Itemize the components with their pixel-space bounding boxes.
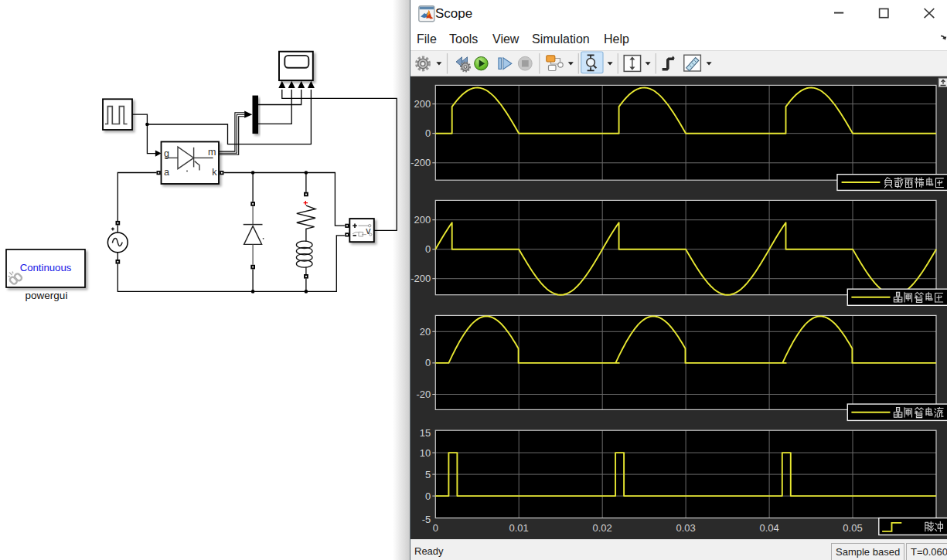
svg-text:powergui: powergui — [26, 290, 68, 301]
svg-text:15: 15 — [420, 427, 431, 439]
svg-text:10: 10 — [420, 447, 431, 459]
svg-text:Continuous: Continuous — [20, 262, 72, 273]
svg-text:20: 20 — [420, 326, 431, 338]
svg-text:0: 0 — [433, 522, 438, 534]
svg-text:-200: -200 — [410, 157, 431, 168]
svg-text:5: 5 — [425, 469, 431, 480]
svg-text:v: v — [366, 226, 371, 236]
svg-text:m: m — [208, 147, 216, 158]
svg-text:0: 0 — [425, 243, 431, 255]
svg-text:0.05: 0.05 — [843, 522, 862, 534]
svg-text:0: 0 — [425, 357, 431, 368]
svg-text:-5: -5 — [422, 514, 431, 525]
svg-text:0.04: 0.04 — [759, 522, 778, 534]
svg-text:k: k — [212, 167, 217, 178]
svg-text:0: 0 — [425, 490, 431, 502]
svg-text:0.01: 0.01 — [509, 522, 529, 534]
svg-text:200: 200 — [414, 98, 431, 110]
svg-text:200: 200 — [414, 214, 431, 226]
svg-text:-20: -20 — [417, 389, 431, 400]
svg-text:g: g — [164, 148, 169, 159]
svg-text:0: 0 — [425, 127, 431, 139]
svg-text:0.02: 0.02 — [593, 522, 612, 534]
svg-text:-200: -200 — [410, 273, 431, 284]
svg-text:a: a — [164, 167, 169, 178]
svg-text:0.03: 0.03 — [676, 522, 695, 534]
